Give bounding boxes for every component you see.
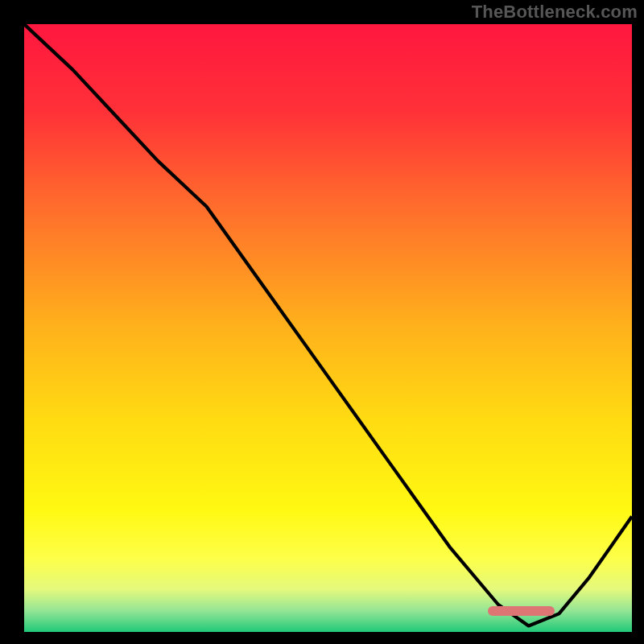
chart-frame: TheBottleneck.com	[0, 0, 644, 644]
plot-area	[24, 24, 632, 632]
curve-svg	[24, 24, 632, 632]
optimal-range-marker	[488, 606, 555, 616]
watermark-text: TheBottleneck.com	[472, 2, 638, 23]
curve-path	[24, 24, 632, 625]
